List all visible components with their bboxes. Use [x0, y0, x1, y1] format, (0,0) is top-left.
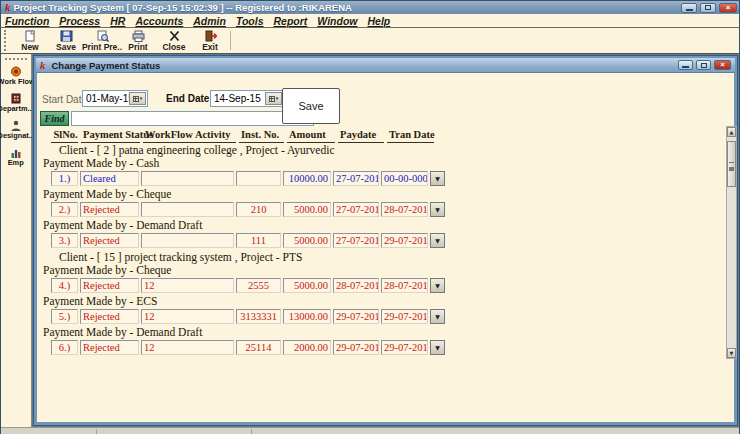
close-toolbar-button[interactable]: Close: [156, 28, 192, 53]
sidebar-item-department[interactable]: Departm...: [0, 93, 36, 113]
cell-amount[interactable]: 5000.00: [283, 278, 331, 293]
start-date-input[interactable]: [83, 93, 129, 104]
cell-tran_date[interactable]: 29-07-2015: [381, 309, 428, 324]
end-date-calendar-button[interactable]: ▾: [265, 92, 282, 105]
cell-workflow[interactable]: [141, 233, 234, 248]
end-date-input[interactable]: [211, 93, 265, 104]
sidebar-grip[interactable]: [5, 58, 27, 60]
cell-paydate[interactable]: 29-07-2015: [333, 309, 379, 324]
row-status-dropdown[interactable]: ▼: [430, 340, 445, 355]
close-button[interactable]: ×: [719, 3, 737, 13]
cell-amount[interactable]: 5000.00: [283, 202, 331, 217]
cell-status[interactable]: Rejected: [80, 309, 139, 324]
application-window: k Project Tracking System [ 07-Sep-15 15…: [0, 0, 740, 434]
cell-slno[interactable]: 1.): [51, 171, 78, 186]
cell-workflow[interactable]: 12: [141, 340, 234, 355]
sidebar-item-workflow[interactable]: Work Flow: [0, 66, 36, 86]
payment-mode-row: Payment Made by - Cheque: [42, 188, 727, 201]
cell-tran_date[interactable]: 00-00-0000: [381, 171, 428, 186]
cell-paydate[interactable]: 28-07-2015: [333, 278, 379, 293]
menu-item-report[interactable]: Report: [274, 15, 308, 27]
cell-status[interactable]: Rejected: [80, 340, 139, 355]
child-close-button[interactable]: ×: [714, 60, 731, 70]
print-button[interactable]: Print: [120, 28, 156, 53]
cell-paydate[interactable]: 27-07-2015: [333, 171, 379, 186]
cell-status[interactable]: Rejected: [80, 233, 139, 248]
status-bar-notch: [251, 429, 252, 434]
end-date-picker[interactable]: ▾: [210, 90, 284, 107]
cell-workflow[interactable]: [141, 171, 234, 186]
cell-amount[interactable]: 2000.00: [283, 340, 331, 355]
row-status-dropdown[interactable]: ▼: [430, 171, 445, 186]
save-button[interactable]: Save: [282, 88, 340, 124]
restore-button[interactable]: [700, 3, 716, 13]
cell-amount[interactable]: 13000.00: [283, 309, 331, 324]
cell-paydate[interactable]: 27-07-2015: [333, 202, 379, 217]
menu-item-help[interactable]: Help: [368, 15, 391, 27]
start-date-picker[interactable]: ▾: [82, 90, 148, 107]
find-input[interactable]: [71, 111, 314, 126]
exit-button[interactable]: Exit: [192, 28, 228, 53]
end-date-label: End Date: [166, 93, 209, 104]
cell-inst_no[interactable]: 2555: [236, 278, 281, 293]
cell-status[interactable]: Rejected: [80, 202, 139, 217]
child-restore-button[interactable]: [696, 60, 711, 70]
cell-status[interactable]: Cleared: [80, 171, 139, 186]
find-button[interactable]: Find: [40, 111, 69, 126]
cell-tran_date[interactable]: 29-07-2015: [381, 340, 428, 355]
menu-item-admin[interactable]: Admin: [193, 15, 226, 27]
cell-status[interactable]: Rejected: [80, 278, 139, 293]
payment-row: 5.)Rejected12313333113000.0029-07-201529…: [51, 309, 727, 324]
payment-row: 6.)Rejected12251142000.0029-07-201529-07…: [51, 340, 727, 355]
cell-slno[interactable]: 3.): [51, 233, 78, 248]
cell-slno[interactable]: 6.): [51, 340, 78, 355]
menu-item-tools[interactable]: Tools: [236, 15, 264, 27]
vertical-scrollbar[interactable]: ▲ ▼: [726, 126, 737, 359]
scroll-down-arrow-icon[interactable]: ▼: [727, 348, 736, 358]
cell-workflow[interactable]: 12: [141, 278, 234, 293]
menu-item-process[interactable]: Process: [59, 15, 100, 27]
scroll-up-arrow-icon[interactable]: ▲: [727, 127, 736, 137]
cell-inst_no[interactable]: 111: [236, 233, 281, 248]
cell-paydate[interactable]: 29-07-2015: [333, 340, 379, 355]
column-header: Paydate: [338, 128, 384, 143]
print-preview-button[interactable]: Print Pre..: [84, 28, 120, 53]
cell-workflow[interactable]: 12: [141, 309, 234, 324]
minimize-button[interactable]: [681, 3, 697, 13]
row-status-dropdown[interactable]: ▼: [430, 309, 445, 324]
cell-tran_date[interactable]: 28-07-2015: [381, 278, 428, 293]
sidebar-label-designation: Designat...: [0, 131, 35, 139]
sidebar-item-designation[interactable]: Designat...: [0, 120, 36, 140]
cell-workflow[interactable]: [141, 202, 234, 217]
menu-item-function[interactable]: Function: [5, 15, 49, 27]
cell-slno[interactable]: 4.): [51, 278, 78, 293]
new-button[interactable]: New: [12, 28, 48, 53]
calendar-icon: [269, 96, 275, 102]
cell-tran_date[interactable]: 29-07-2015: [381, 233, 428, 248]
cell-inst_no[interactable]: [236, 171, 281, 186]
cell-inst_no[interactable]: 210: [236, 202, 281, 217]
cell-slno[interactable]: 5.): [51, 309, 78, 324]
row-status-dropdown[interactable]: ▼: [430, 233, 445, 248]
row-status-dropdown[interactable]: ▼: [430, 278, 445, 293]
menu-item-accounts[interactable]: Accounts: [135, 15, 183, 27]
menu-item-hr[interactable]: HR: [110, 15, 125, 27]
cell-inst_no[interactable]: 25114: [236, 340, 281, 355]
cell-amount[interactable]: 10000.00: [283, 171, 331, 186]
row-status-dropdown[interactable]: ▼: [430, 202, 445, 217]
cell-slno[interactable]: 2.): [51, 202, 78, 217]
child-minimize-button[interactable]: [678, 60, 693, 70]
menu-item-window[interactable]: Window: [317, 15, 357, 27]
child-restore-icon: [701, 63, 707, 68]
cell-paydate[interactable]: 27-07-2015: [333, 233, 379, 248]
save-toolbar-button[interactable]: Save: [48, 28, 84, 53]
sidebar-item-emp[interactable]: Emp: [7, 147, 24, 167]
sidebar-label-department: Departm...: [0, 104, 34, 112]
cell-amount[interactable]: 5000.00: [283, 233, 331, 248]
cell-tran_date[interactable]: 28-07-2015: [381, 202, 428, 217]
cell-inst_no[interactable]: 3133331: [236, 309, 281, 324]
scrollbar-thumb[interactable]: [727, 141, 736, 187]
start-date-calendar-button[interactable]: ▾: [129, 92, 146, 105]
toolbar-grip[interactable]: [4, 30, 10, 51]
client-group-row: Client - [ 15 ] project tracking system …: [42, 250, 727, 264]
